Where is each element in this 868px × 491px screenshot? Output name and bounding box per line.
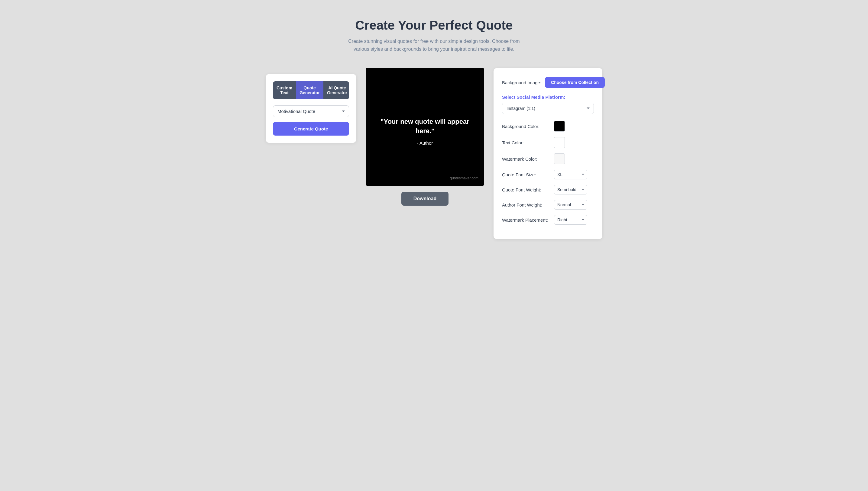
tab-custom-text[interactable]: Custom Text bbox=[273, 81, 296, 99]
center-panel: "Your new quote will appear here." - Aut… bbox=[366, 68, 484, 206]
right-panel: Background Image: Choose from Collection… bbox=[493, 68, 602, 239]
social-platform-select[interactable]: Instagram (1:1) Facebook (16:9) Twitter … bbox=[502, 103, 594, 114]
quote-canvas: "Your new quote will appear here." - Aut… bbox=[366, 68, 484, 186]
font-weight-label: Quote Font Weight: bbox=[502, 187, 550, 192]
quote-text: "Your new quote will appear here." bbox=[366, 108, 484, 141]
watermark-placement-select[interactable]: Left Center Right bbox=[554, 215, 587, 225]
category-select[interactable]: Motivational Quote Inspirational Quote L… bbox=[273, 106, 349, 117]
hero-subtitle: Create stunning visual quotes for free w… bbox=[340, 37, 528, 53]
left-panel: Custom Text Quote Generator AI Quote Gen… bbox=[266, 74, 356, 143]
text-color-swatch[interactable] bbox=[554, 137, 565, 148]
choose-collection-button[interactable]: Choose from Collection bbox=[545, 77, 605, 88]
page-title: Create Your Perfect Quote bbox=[355, 18, 513, 33]
background-color-swatch[interactable] bbox=[554, 121, 565, 132]
font-weight-row: Quote Font Weight: Normal Semi-bold Bold bbox=[502, 185, 594, 195]
text-color-row: Text Color: bbox=[502, 137, 594, 148]
font-size-row: Quote Font Size: XS S M L XL XXL bbox=[502, 170, 594, 179]
tab-quote-generator[interactable]: Quote Generator bbox=[296, 81, 323, 99]
watermark-color-row: Watermark Color: bbox=[502, 153, 594, 164]
author-font-weight-label: Author Font Weight: bbox=[502, 202, 550, 207]
watermark-placement-label: Watermark Placement: bbox=[502, 218, 550, 223]
watermark-color-label: Watermark Color: bbox=[502, 156, 550, 162]
generate-quote-button[interactable]: Generate Quote bbox=[273, 122, 349, 136]
tab-ai-quote-generator[interactable]: AI Quote Generator bbox=[323, 81, 349, 99]
download-button[interactable]: Download bbox=[401, 192, 449, 206]
font-size-label: Quote Font Size: bbox=[502, 172, 550, 177]
social-platform-label: Select Social Media Platform: bbox=[502, 94, 594, 99]
text-color-label: Text Color: bbox=[502, 140, 550, 145]
background-image-label: Background Image: bbox=[502, 80, 541, 85]
font-weight-select[interactable]: Normal Semi-bold Bold bbox=[554, 185, 587, 195]
background-color-row: Background Color: bbox=[502, 121, 594, 132]
background-color-label: Background Color: bbox=[502, 124, 550, 129]
social-platform-section: Select Social Media Platform: Instagram … bbox=[502, 94, 594, 121]
tab-group: Custom Text Quote Generator AI Quote Gen… bbox=[273, 81, 349, 99]
quote-author: - Author bbox=[417, 140, 433, 146]
background-image-row: Background Image: Choose from Collection bbox=[502, 77, 594, 88]
author-font-weight-row: Author Font Weight: Normal Semi-bold Bol… bbox=[502, 200, 594, 209]
watermark-color-swatch[interactable] bbox=[554, 153, 565, 164]
font-size-select[interactable]: XS S M L XL XXL bbox=[554, 170, 587, 179]
author-font-weight-select[interactable]: Normal Semi-bold Bold bbox=[554, 200, 587, 209]
watermark-placement-row: Watermark Placement: Left Center Right bbox=[502, 215, 594, 225]
main-layout: Custom Text Quote Generator AI Quote Gen… bbox=[238, 68, 630, 239]
watermark-text: quotesmaker.com bbox=[450, 176, 479, 180]
